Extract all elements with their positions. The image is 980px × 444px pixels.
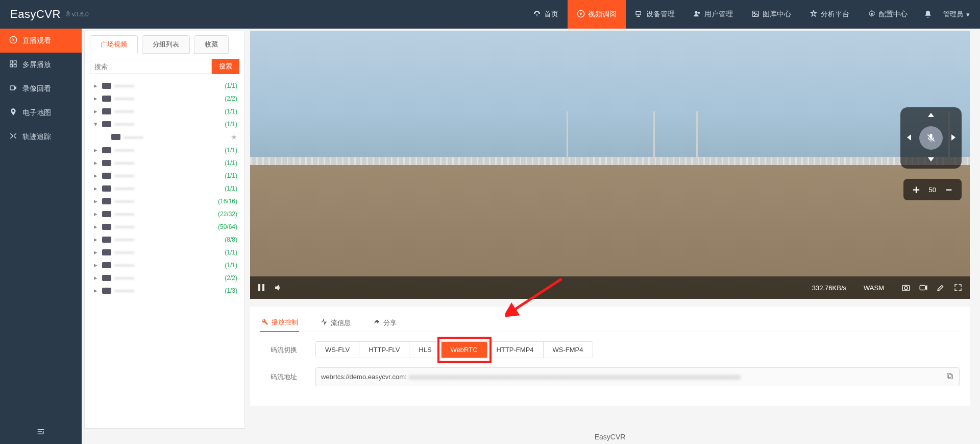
stream-opt-ws-fmp4[interactable]: WS-FMP4 — [544, 342, 593, 358]
device-tree-list[interactable]: ———(1/1)———(2/2)———(1/1)———(1/1)———★———(… — [85, 79, 244, 428]
stream-tab-label: 分享 — [383, 318, 397, 328]
leftnav-item-3[interactable]: 电子地图 — [0, 101, 82, 125]
snapshot-button[interactable] — [901, 283, 911, 292]
tree-caret-icon[interactable] — [92, 95, 99, 102]
ptz-right-button[interactable] — [947, 132, 958, 144]
tree-node[interactable]: ———(1/1) — [90, 156, 239, 169]
notifications-icon[interactable] — [924, 10, 932, 18]
fullscreen-button[interactable] — [953, 283, 963, 292]
tree-caret-icon[interactable] — [92, 107, 99, 115]
tree-node-label: ——— — [114, 248, 225, 256]
tree-node[interactable]: ———(1/1) — [90, 79, 239, 92]
tree-node[interactable]: ———(1/3) — [90, 284, 239, 297]
favorite-star-icon[interactable]: ★ — [231, 133, 237, 141]
tree-caret-icon[interactable] — [92, 120, 99, 128]
tree-node[interactable]: ———(1/1) — [90, 105, 239, 118]
tree-node[interactable]: ———(22/32) — [90, 207, 239, 220]
volume-button[interactable] — [274, 283, 283, 292]
tree-node-count: (1/1) — [225, 82, 237, 89]
device-icon — [102, 185, 111, 192]
search-button[interactable]: 搜索 — [212, 59, 239, 74]
grid-icon — [9, 60, 17, 69]
zoom-in-button[interactable]: ＋ — [911, 182, 922, 197]
tree-node[interactable]: ———(1/1) — [90, 182, 239, 195]
stream-tab-1[interactable]: 流信息 — [320, 314, 352, 332]
tree-caret-icon[interactable] — [92, 159, 99, 167]
tree-node[interactable]: ———(8/8) — [90, 233, 239, 246]
stream-tab-0[interactable]: 播放控制 — [260, 314, 299, 332]
share-icon — [373, 318, 380, 327]
chevron-down-icon: ▾ — [966, 11, 970, 18]
topnav-item-0[interactable]: 首页 — [524, 0, 568, 29]
ptz-left-button[interactable] — [905, 132, 915, 144]
video-player[interactable]: ＋ 50 － 332.76KB/s WASM — [250, 31, 970, 299]
tree-caret-icon[interactable] — [92, 261, 99, 269]
topnav-item-6[interactable]: 配置中心 — [859, 0, 917, 29]
topnav-item-1[interactable]: 视频调阅 — [568, 0, 626, 29]
device-icon — [102, 237, 111, 243]
stream-tab-2[interactable]: 分享 — [372, 314, 398, 332]
pause-button[interactable] — [257, 284, 265, 292]
stream-opt-webrtc[interactable]: WebRTC — [442, 342, 487, 358]
topnav-label: 用户管理 — [704, 10, 733, 19]
tree-caret-icon[interactable] — [92, 172, 99, 179]
tree-node-label: ——— — [114, 197, 218, 205]
tree-node[interactable]: ———(1/1) — [90, 169, 239, 182]
tree-node[interactable]: ———(2/2) — [90, 92, 239, 105]
tree-node[interactable]: ———(50/64) — [90, 220, 239, 233]
stream-opt-hls[interactable]: HLS — [409, 342, 441, 358]
stream-url-visible: webrtcs://demo.easycvr.com: — [321, 373, 407, 381]
svg-point-8 — [871, 13, 873, 15]
tree-tab-2[interactable]: 收藏 — [194, 35, 229, 54]
tree-caret-icon[interactable] — [92, 146, 99, 154]
tree-node[interactable]: ———(16/16) — [90, 195, 239, 207]
tree-node[interactable]: ———(1/1) — [90, 246, 239, 259]
topnav-item-3[interactable]: 用户管理 — [684, 0, 742, 29]
leftnav-item-2[interactable]: 录像回看 — [0, 77, 82, 101]
topnav-item-5[interactable]: 分析平台 — [800, 0, 859, 29]
copy-url-button[interactable] — [946, 372, 954, 382]
stream-opt-ws-flv[interactable]: WS-FLV — [316, 342, 359, 358]
stream-switch-row: 码流切换 WS-FLVHTTP-FLVHLSWebRTCHTTP-FMP4WS-… — [260, 341, 960, 358]
tree-tab-1[interactable]: 分组列表 — [142, 35, 190, 54]
tree-tab-0[interactable]: 广场视频 — [90, 35, 138, 54]
collapse-sidebar-button[interactable] — [0, 421, 82, 444]
annotate-button[interactable] — [936, 283, 945, 292]
tree-node[interactable]: ———(1/1) — [90, 144, 239, 156]
tree-node-label: ——— — [114, 210, 218, 218]
leftnav-item-1[interactable]: 多屏播放 — [0, 53, 82, 77]
ptz-mic-button[interactable] — [919, 126, 943, 150]
tree-node-count: (2/2) — [225, 95, 237, 102]
tree-node-label: ——— — [114, 261, 225, 269]
svg-rect-1 — [636, 11, 641, 15]
record-button[interactable] — [919, 283, 928, 292]
leftnav-item-4[interactable]: 轨迹追踪 — [0, 125, 82, 149]
user-menu[interactable]: 管理员 ▾ — [943, 10, 970, 19]
leftnav-item-0[interactable]: 直播观看 — [0, 29, 82, 53]
tree-node[interactable]: ———★ — [90, 130, 239, 144]
tree-caret-icon[interactable] — [92, 223, 99, 230]
tree-caret-icon[interactable] — [92, 274, 99, 282]
tree-caret-icon[interactable] — [92, 82, 99, 89]
stream-opt-http-fmp4[interactable]: HTTP-FMP4 — [487, 342, 544, 358]
tree-caret-icon[interactable] — [92, 184, 99, 192]
tree-node[interactable]: ———(2/2) — [90, 271, 239, 284]
settings-icon — [868, 10, 876, 19]
tree-caret-icon[interactable] — [92, 287, 99, 294]
brand-version: ® v3.6.0 — [66, 11, 89, 18]
topnav-item-2[interactable]: 设备管理 — [626, 0, 684, 29]
tree-caret-icon[interactable] — [92, 236, 99, 243]
stream-url-box: webrtcs://demo.easycvr.com: xxxxxxxxxxxx… — [315, 367, 960, 386]
zoom-out-button[interactable]: － — [943, 182, 954, 197]
tree-node[interactable]: ———(1/1) — [90, 259, 239, 271]
tree-caret-icon[interactable] — [92, 248, 99, 256]
ptz-down-button[interactable] — [926, 153, 936, 165]
ptz-up-button[interactable] — [926, 111, 936, 123]
tree-caret-icon[interactable] — [92, 197, 99, 205]
topnav-item-4[interactable]: 图库中心 — [742, 0, 800, 29]
search-input[interactable] — [90, 59, 212, 74]
topbar-right: 管理员 ▾ — [924, 10, 970, 19]
tree-caret-icon[interactable] — [92, 210, 99, 218]
stream-opt-http-flv[interactable]: HTTP-FLV — [359, 342, 409, 358]
tree-node[interactable]: ———(1/1) — [90, 118, 239, 130]
